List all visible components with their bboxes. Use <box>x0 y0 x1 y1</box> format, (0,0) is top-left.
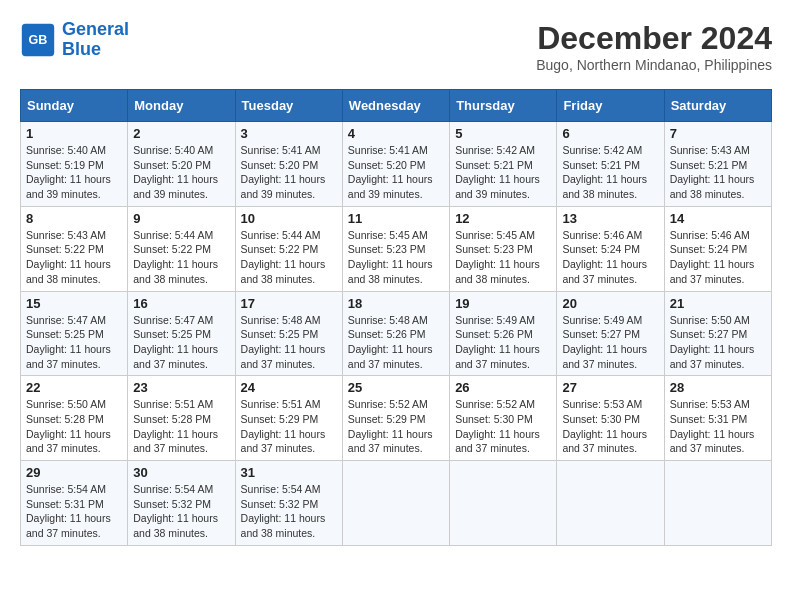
week-row-5: 29 Sunrise: 5:54 AM Sunset: 5:31 PM Dayl… <box>21 461 772 546</box>
day-number: 7 <box>670 126 766 141</box>
cell-d3: 3 Sunrise: 5:41 AM Sunset: 5:20 PM Dayli… <box>235 122 342 207</box>
cell-d11: 11 Sunrise: 5:45 AM Sunset: 5:23 PM Dayl… <box>342 206 449 291</box>
day-number: 24 <box>241 380 337 395</box>
cell-d23: 23 Sunrise: 5:51 AM Sunset: 5:28 PM Dayl… <box>128 376 235 461</box>
day-number: 31 <box>241 465 337 480</box>
cell-d27: 27 Sunrise: 5:53 AM Sunset: 5:30 PM Dayl… <box>557 376 664 461</box>
cell-d19: 19 Sunrise: 5:49 AM Sunset: 5:26 PM Dayl… <box>450 291 557 376</box>
day-number: 26 <box>455 380 551 395</box>
day-number: 20 <box>562 296 658 311</box>
day-info: Sunrise: 5:42 AM Sunset: 5:21 PM Dayligh… <box>562 143 658 202</box>
day-number: 22 <box>26 380 122 395</box>
day-number: 16 <box>133 296 229 311</box>
cell-d29: 29 Sunrise: 5:54 AM Sunset: 5:31 PM Dayl… <box>21 461 128 546</box>
cell-d16: 16 Sunrise: 5:47 AM Sunset: 5:25 PM Dayl… <box>128 291 235 376</box>
empty-cell <box>664 461 771 546</box>
calendar-table: Sunday Monday Tuesday Wednesday Thursday… <box>20 89 772 546</box>
day-info: Sunrise: 5:53 AM Sunset: 5:31 PM Dayligh… <box>670 397 766 456</box>
day-info: Sunrise: 5:54 AM Sunset: 5:31 PM Dayligh… <box>26 482 122 541</box>
empty-cell <box>450 461 557 546</box>
week-row-1: 1 Sunrise: 5:40 AM Sunset: 5:19 PM Dayli… <box>21 122 772 207</box>
header-row: Sunday Monday Tuesday Wednesday Thursday… <box>21 90 772 122</box>
day-info: Sunrise: 5:41 AM Sunset: 5:20 PM Dayligh… <box>348 143 444 202</box>
day-number: 1 <box>26 126 122 141</box>
day-info: Sunrise: 5:51 AM Sunset: 5:28 PM Dayligh… <box>133 397 229 456</box>
day-number: 28 <box>670 380 766 395</box>
day-number: 10 <box>241 211 337 226</box>
day-info: Sunrise: 5:49 AM Sunset: 5:27 PM Dayligh… <box>562 313 658 372</box>
day-info: Sunrise: 5:43 AM Sunset: 5:21 PM Dayligh… <box>670 143 766 202</box>
week-row-2: 8 Sunrise: 5:43 AM Sunset: 5:22 PM Dayli… <box>21 206 772 291</box>
day-info: Sunrise: 5:50 AM Sunset: 5:28 PM Dayligh… <box>26 397 122 456</box>
svg-text:GB: GB <box>29 32 48 46</box>
day-number: 19 <box>455 296 551 311</box>
day-info: Sunrise: 5:48 AM Sunset: 5:26 PM Dayligh… <box>348 313 444 372</box>
cell-d5: 5 Sunrise: 5:42 AM Sunset: 5:21 PM Dayli… <box>450 122 557 207</box>
cell-d20: 20 Sunrise: 5:49 AM Sunset: 5:27 PM Dayl… <box>557 291 664 376</box>
day-number: 6 <box>562 126 658 141</box>
cell-d14: 14 Sunrise: 5:46 AM Sunset: 5:24 PM Dayl… <box>664 206 771 291</box>
cell-d6: 6 Sunrise: 5:42 AM Sunset: 5:21 PM Dayli… <box>557 122 664 207</box>
cell-d17: 17 Sunrise: 5:48 AM Sunset: 5:25 PM Dayl… <box>235 291 342 376</box>
day-info: Sunrise: 5:42 AM Sunset: 5:21 PM Dayligh… <box>455 143 551 202</box>
day-number: 30 <box>133 465 229 480</box>
day-number: 17 <box>241 296 337 311</box>
cell-d13: 13 Sunrise: 5:46 AM Sunset: 5:24 PM Dayl… <box>557 206 664 291</box>
col-wednesday: Wednesday <box>342 90 449 122</box>
day-number: 13 <box>562 211 658 226</box>
day-info: Sunrise: 5:49 AM Sunset: 5:26 PM Dayligh… <box>455 313 551 372</box>
day-number: 9 <box>133 211 229 226</box>
cell-d10: 10 Sunrise: 5:44 AM Sunset: 5:22 PM Dayl… <box>235 206 342 291</box>
day-info: Sunrise: 5:45 AM Sunset: 5:23 PM Dayligh… <box>348 228 444 287</box>
title-block: December 2024 Bugo, Northern Mindanao, P… <box>536 20 772 73</box>
day-info: Sunrise: 5:45 AM Sunset: 5:23 PM Dayligh… <box>455 228 551 287</box>
col-saturday: Saturday <box>664 90 771 122</box>
day-number: 3 <box>241 126 337 141</box>
month-title: December 2024 <box>536 20 772 57</box>
day-number: 12 <box>455 211 551 226</box>
cell-d31: 31 Sunrise: 5:54 AM Sunset: 5:32 PM Dayl… <box>235 461 342 546</box>
col-monday: Monday <box>128 90 235 122</box>
col-tuesday: Tuesday <box>235 90 342 122</box>
day-info: Sunrise: 5:51 AM Sunset: 5:29 PM Dayligh… <box>241 397 337 456</box>
cell-d21: 21 Sunrise: 5:50 AM Sunset: 5:27 PM Dayl… <box>664 291 771 376</box>
col-friday: Friday <box>557 90 664 122</box>
logo-text: General <box>62 20 129 40</box>
day-number: 8 <box>26 211 122 226</box>
day-info: Sunrise: 5:52 AM Sunset: 5:30 PM Dayligh… <box>455 397 551 456</box>
logo-icon: GB <box>20 22 56 58</box>
logo-text2: Blue <box>62 40 129 60</box>
day-info: Sunrise: 5:54 AM Sunset: 5:32 PM Dayligh… <box>241 482 337 541</box>
cell-d28: 28 Sunrise: 5:53 AM Sunset: 5:31 PM Dayl… <box>664 376 771 461</box>
cell-d12: 12 Sunrise: 5:45 AM Sunset: 5:23 PM Dayl… <box>450 206 557 291</box>
day-number: 27 <box>562 380 658 395</box>
day-info: Sunrise: 5:44 AM Sunset: 5:22 PM Dayligh… <box>133 228 229 287</box>
day-number: 4 <box>348 126 444 141</box>
week-row-4: 22 Sunrise: 5:50 AM Sunset: 5:28 PM Dayl… <box>21 376 772 461</box>
col-sunday: Sunday <box>21 90 128 122</box>
day-info: Sunrise: 5:48 AM Sunset: 5:25 PM Dayligh… <box>241 313 337 372</box>
cell-d30: 30 Sunrise: 5:54 AM Sunset: 5:32 PM Dayl… <box>128 461 235 546</box>
day-number: 23 <box>133 380 229 395</box>
day-info: Sunrise: 5:40 AM Sunset: 5:20 PM Dayligh… <box>133 143 229 202</box>
day-info: Sunrise: 5:54 AM Sunset: 5:32 PM Dayligh… <box>133 482 229 541</box>
cell-d22: 22 Sunrise: 5:50 AM Sunset: 5:28 PM Dayl… <box>21 376 128 461</box>
day-info: Sunrise: 5:43 AM Sunset: 5:22 PM Dayligh… <box>26 228 122 287</box>
day-number: 18 <box>348 296 444 311</box>
day-info: Sunrise: 5:40 AM Sunset: 5:19 PM Dayligh… <box>26 143 122 202</box>
day-number: 5 <box>455 126 551 141</box>
day-info: Sunrise: 5:50 AM Sunset: 5:27 PM Dayligh… <box>670 313 766 372</box>
day-info: Sunrise: 5:44 AM Sunset: 5:22 PM Dayligh… <box>241 228 337 287</box>
cell-d4: 4 Sunrise: 5:41 AM Sunset: 5:20 PM Dayli… <box>342 122 449 207</box>
empty-cell <box>557 461 664 546</box>
cell-d2: 2 Sunrise: 5:40 AM Sunset: 5:20 PM Dayli… <box>128 122 235 207</box>
day-info: Sunrise: 5:46 AM Sunset: 5:24 PM Dayligh… <box>562 228 658 287</box>
cell-d1: 1 Sunrise: 5:40 AM Sunset: 5:19 PM Dayli… <box>21 122 128 207</box>
day-info: Sunrise: 5:41 AM Sunset: 5:20 PM Dayligh… <box>241 143 337 202</box>
day-number: 21 <box>670 296 766 311</box>
day-number: 25 <box>348 380 444 395</box>
day-info: Sunrise: 5:46 AM Sunset: 5:24 PM Dayligh… <box>670 228 766 287</box>
cell-d26: 26 Sunrise: 5:52 AM Sunset: 5:30 PM Dayl… <box>450 376 557 461</box>
logo: GB General Blue <box>20 20 129 60</box>
day-number: 15 <box>26 296 122 311</box>
